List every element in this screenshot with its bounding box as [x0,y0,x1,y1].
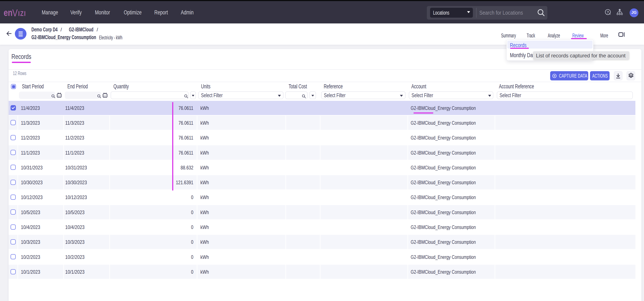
svg-text:?: ? [607,10,609,14]
